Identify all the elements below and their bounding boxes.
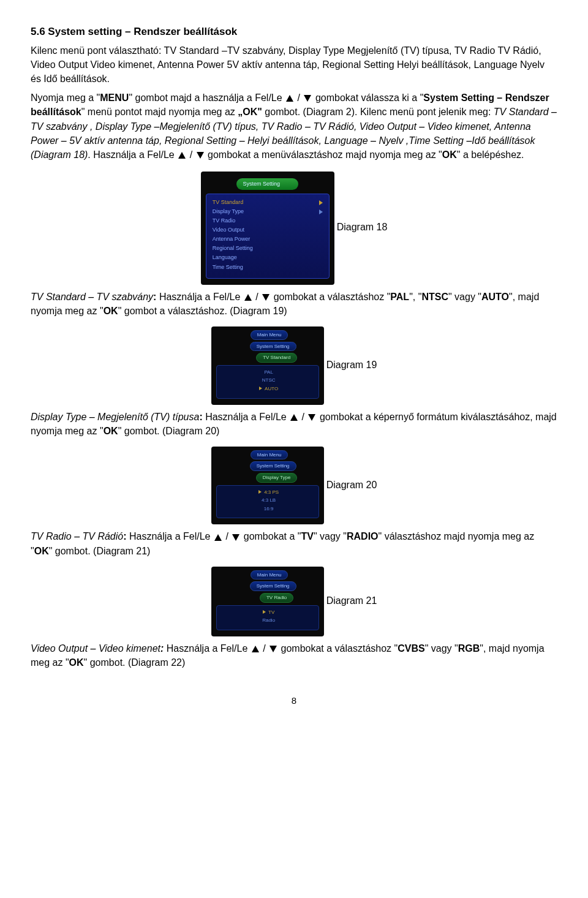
- paragraph-display-type: Display Type – Megjelenítő (TV) típusa: …: [31, 410, 557, 438]
- diagram-18-image: System Setting TV Standard Display Type …: [201, 172, 334, 284]
- down-triangle-icon: [308, 414, 315, 421]
- up-triangle-icon: [290, 414, 298, 421]
- up-triangle-icon: [214, 534, 222, 541]
- up-triangle-icon: [178, 152, 186, 159]
- down-triangle-icon: [262, 294, 270, 301]
- down-triangle-icon: [232, 534, 239, 541]
- menu-title: System Setting: [236, 178, 298, 190]
- up-triangle-icon: [252, 646, 259, 652]
- intro-text: Kilenc menü pont választható: TV Standar…: [31, 43, 557, 86]
- paragraph-1: Nyomja meg a "MENU" gombot majd a haszná…: [31, 91, 557, 162]
- down-triangle-icon: [304, 95, 311, 102]
- diagram-19-image: Main Menu System Setting TV Standard PAL…: [211, 326, 324, 405]
- diagram-18-caption: Diagram 18: [337, 220, 388, 234]
- paragraph-tv-standard: TV Standard – TV szabvány: Használja a F…: [31, 290, 557, 318]
- paragraph-tv-radio: TV Radio – TV Rádió: Használja a Fel/Le …: [31, 529, 557, 557]
- up-triangle-icon: [244, 294, 252, 301]
- diagram-21-image: Main Menu System Setting TV Radio TV Rad…: [211, 567, 324, 636]
- up-triangle-icon: [286, 95, 293, 102]
- diagram-19-caption: Diagram 19: [326, 358, 377, 372]
- paragraph-video-output: Video Output – Video kimenet: Használja …: [31, 641, 557, 670]
- diagram-20-image: Main Menu System Setting Display Type 4:…: [211, 447, 324, 525]
- down-triangle-icon: [270, 646, 277, 652]
- diagram-20-caption: Diagram 20: [326, 478, 377, 492]
- section-heading: 5.6 System setting – Rendszer beállításo…: [31, 25, 557, 40]
- diagram-21-caption: Diagram 21: [326, 594, 377, 608]
- page-number: 8: [31, 694, 557, 707]
- down-triangle-icon: [197, 152, 204, 159]
